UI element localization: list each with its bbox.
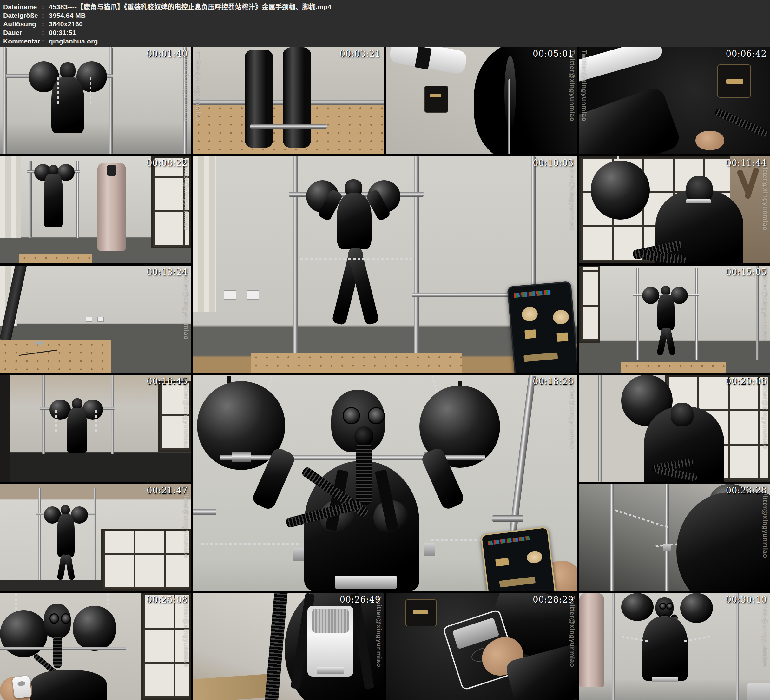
timestamp-overlay: 00:16:45 (147, 376, 188, 386)
grey-device (747, 683, 770, 700)
hanging-chain (90, 77, 91, 105)
timestamp-overlay: 00:28:29 (533, 595, 574, 604)
crossbar (0, 647, 126, 650)
watermark-text: Twitter@xingyunmiao (183, 486, 190, 558)
timestamp-overlay: 00:15:05 (726, 267, 767, 277)
latex-figure (67, 408, 87, 453)
video-thumbnail: Twitter@xingyunmiao 00:25:08 (0, 593, 191, 700)
app-dial (526, 551, 543, 564)
mask-eye-lens (343, 407, 360, 424)
watermark-text: Twitter@xingyunmiao (762, 159, 769, 231)
pole-clamp (492, 515, 523, 522)
frame-pole (414, 156, 419, 355)
wall-socket (247, 290, 259, 300)
timestamp-overlay: 00:23:28 (726, 486, 767, 495)
frame-pole (736, 593, 739, 700)
app-value (495, 558, 509, 567)
resolution-value: 3840x2160 (49, 19, 83, 28)
latex-hip (474, 47, 577, 154)
estim-device (424, 86, 448, 113)
timestamp-overlay: 00:08:22 (147, 158, 188, 168)
control-phone (480, 527, 557, 591)
hooded-head (671, 403, 694, 426)
video-thumbnail: Twitter@xingyunmiao 00:23:28 (579, 484, 770, 591)
file-info-header: Dateiname:45383----【鹿角与猫爪】《重装乳胶奴婢的电控止息负压… (0, 0, 770, 47)
watermark-text: Twitter@xingyunmiao (569, 159, 576, 231)
watermark-text: Twitter@xingyunmiao (375, 596, 383, 667)
frame-pole (696, 268, 698, 360)
watermark-text: Twitter@xingyunmiao (569, 377, 576, 449)
timestamp-overlay: 00:05:01 (533, 49, 574, 59)
wall-socket (224, 290, 236, 300)
pegboard-floor (621, 362, 726, 373)
frame-pole (636, 268, 639, 360)
gas-mask-head (72, 398, 82, 409)
mask-eye-lens (666, 603, 673, 609)
inflatable-ball (73, 606, 116, 651)
shoji-screen (101, 529, 191, 591)
device-label (726, 79, 743, 83)
file-info-row: Kommentar:qinglanhua.org (3, 37, 770, 45)
frame-pole (293, 156, 298, 355)
pegboard-floor (251, 353, 462, 373)
field-label: Dateiname (3, 3, 42, 11)
timestamp-overlay: 00:13:24 (147, 267, 188, 277)
pump-ridges (312, 609, 349, 633)
comment-value: qinglanhua.org (49, 37, 98, 45)
frame-pole (599, 375, 602, 482)
video-thumbnail: Twitter@xingyunmiao 00:06:42 (579, 47, 770, 154)
app-dial (521, 306, 539, 322)
inflatable-ball (591, 160, 650, 219)
frame-pole (111, 375, 114, 454)
watermark-text: Twitter@xingyunmiao (183, 159, 190, 231)
video-thumbnail: Twitter@xingyunmiao 00:01:40 (0, 47, 191, 154)
watermark-text: Twitter@xingyunmiao (183, 268, 190, 340)
video-thumbnail: Twitter@xingyunmiao 00:20:06 (579, 375, 770, 482)
watermark-text: Twitter@xingyunmiao (194, 50, 202, 122)
watermark-text: Twitter@xingyunmiao (183, 50, 190, 122)
video-thumbnail: Twitter@xingyunmiao 00:15:05 (579, 266, 770, 373)
side-chain (615, 509, 670, 529)
status-dots (488, 536, 529, 546)
video-thumbnail: Twitter@xingyunmiao 00:30:10 (579, 593, 770, 700)
frame-pole (756, 266, 759, 360)
field-separator: : (42, 3, 49, 11)
field-label: Auflösung (3, 19, 42, 28)
timestamp-overlay: 00:03:21 (340, 49, 381, 59)
gas-mask-head (661, 286, 670, 295)
filename-value: 45383----【鹿角与猫爪】《重装乳胶奴婢的电控止息负压呼控罚站榨汁》金属手… (49, 3, 332, 11)
hand (696, 131, 724, 150)
watermark-text: Twitter@xingyunmiao (581, 50, 588, 122)
padlock (293, 548, 304, 561)
field-label: Kommentar (3, 37, 42, 45)
air-conditioner (579, 593, 604, 687)
stand-pole (508, 79, 511, 154)
watermark-text: Twitter@xingyunmiao (183, 377, 190, 449)
video-thumbnail-large: Twitter@xingyunmiao 00:10:03 (193, 156, 577, 373)
gas-mask-head (49, 165, 58, 175)
field-separator: : (42, 11, 49, 19)
pump-device (307, 606, 353, 676)
video-thumbnail: Twitter@xingyunmiao 00:08:22 (0, 156, 191, 263)
device-label (413, 610, 428, 614)
latex-arm (579, 85, 683, 154)
field-label: Dateigröße (3, 11, 42, 19)
frame-pole (3, 47, 6, 154)
neck-collar (686, 199, 711, 203)
watermark-text: Twitter@xingyunmiao (569, 50, 576, 122)
video-thumbnail: Twitter@xingyunmiao 00:11:44 (579, 156, 770, 263)
inflatable-ball (0, 610, 48, 657)
timestamp-overlay: 00:25:08 (147, 595, 188, 604)
watermark-text: Twitter@xingyunmiao (762, 486, 769, 558)
wrist-cuff (231, 452, 251, 462)
latex-figure-rear (676, 493, 770, 591)
timestamp-overlay: 00:30:10 (726, 595, 767, 604)
ankle-bar (250, 125, 327, 128)
latex-chest (31, 670, 107, 700)
video-thumbnail: Twitter@xingyunmiao 00:03:21 (193, 47, 384, 154)
remote-control (12, 675, 32, 699)
breathing-hose (53, 636, 62, 668)
curtain (0, 156, 21, 238)
mask-eye-lens (368, 407, 385, 424)
side-chain (201, 543, 301, 545)
